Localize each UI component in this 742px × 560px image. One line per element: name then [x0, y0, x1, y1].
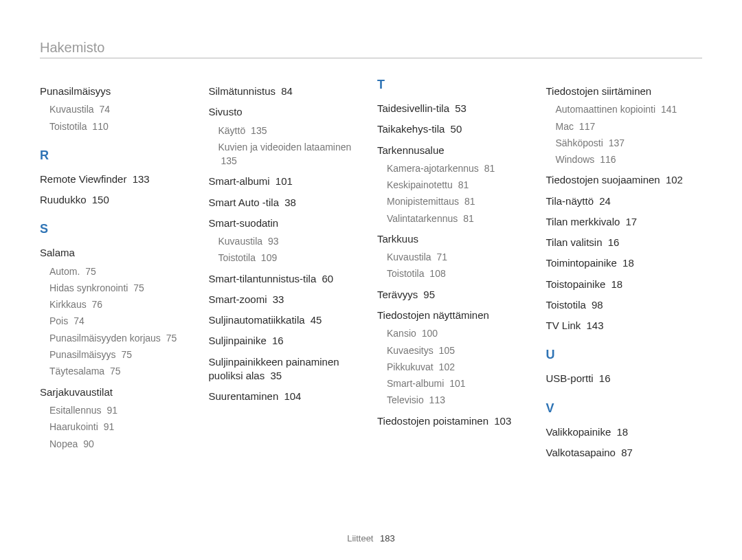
subentry-page: 81 [458, 179, 469, 190]
index-entry: Toistopainike 18 [546, 278, 703, 291]
entry-page: 18 [622, 257, 634, 269]
index-subentry: Täytesalama 75 [49, 364, 196, 378]
entry-page: 60 [322, 273, 333, 284]
subentry-text: Keskipainotettu [387, 179, 453, 190]
subentry-page: 90 [83, 438, 94, 449]
entry-text: Tiedostojen suojaaminen [546, 174, 660, 186]
subentry-text: Käyttö [218, 125, 246, 136]
subentry-page: 105 [439, 345, 455, 356]
entry-page: 102 [666, 174, 683, 186]
subentry-page: 110 [92, 121, 108, 132]
index-subentry: Punasilmäisyyden korjaus 75 [49, 331, 196, 345]
footer-page: 183 [380, 533, 395, 544]
subentry-text: Toistotila [218, 252, 256, 263]
index-column: PunasilmäisyysKuvaustila 74Toistotila 11… [40, 78, 196, 464]
subentry-page: 93 [268, 236, 279, 247]
subentry-page: 81 [484, 163, 495, 174]
subentry-text: Pois [49, 315, 68, 326]
index-letter: R [40, 148, 196, 163]
footer-label: Liitteet [347, 533, 373, 544]
index-entry: Sarjakuvaustilat [40, 385, 196, 399]
index-letter: U [546, 348, 703, 362]
index-entry: Taidesivellin-tila 53 [377, 102, 534, 115]
index-column: Silmätunnistus 84SivustoKäyttö 135Kuvien… [209, 78, 366, 464]
subentry-text: Smart-albumi [387, 378, 444, 389]
entry-text: Tilan merkkivalo [546, 216, 620, 227]
subentry-text: Esitallennus [49, 405, 102, 416]
subentry-text: Kirkkaus [49, 299, 87, 310]
index-subentry: Televisio 113 [387, 393, 534, 407]
entry-page: 17 [625, 216, 637, 227]
subentry-page: 81 [463, 213, 474, 224]
index-entry: Toimintopainike 18 [546, 256, 703, 270]
index-entry: Remote Viewfinder 133 [40, 172, 196, 186]
subentry-text: Toistotila [49, 121, 87, 132]
index-entry: Sivusto [209, 105, 366, 119]
index-entry: Punasilmäisyys [40, 85, 196, 98]
entry-text: Toimintopainike [546, 257, 617, 269]
entry-text: Smart-tilantunnistus-tila [209, 273, 317, 284]
subentry-text: Haarukointi [49, 421, 98, 432]
subentry-page: 76 [92, 299, 103, 310]
entry-page: 98 [592, 299, 603, 311]
entry-text: Suljinautomatiikkatila [209, 314, 305, 326]
index-subentry: Pikkukuvat 102 [387, 360, 534, 374]
subentry-text: Kamera-ajotarkennus [387, 163, 479, 174]
index-subentry: Keskipainotettu 81 [387, 178, 534, 192]
subentry-page: 113 [429, 394, 445, 405]
entry-text: Smart-suodatin [209, 217, 279, 229]
entry-page: 33 [273, 293, 284, 305]
subentry-page: 75 [166, 333, 177, 344]
entry-text: Terävyys [377, 289, 418, 300]
index-entry: Tiedostojen suojaaminen 102 [546, 173, 703, 187]
entry-page: 150 [92, 194, 109, 205]
entry-page: 133 [133, 173, 150, 185]
subentry-page: 71 [436, 251, 447, 262]
index-entry: Suljinautomatiikkatila 45 [209, 313, 366, 327]
entry-text: Tarkkuus [377, 233, 418, 245]
subentry-text: Televisio [387, 394, 424, 405]
entry-text: Ruudukko [40, 194, 87, 205]
index-subentry: Autom. 75 [49, 265, 196, 278]
entry-text: Suurentaminen [209, 390, 279, 402]
index-subentry: Nopea 90 [49, 437, 196, 451]
entry-page: 16 [608, 236, 620, 248]
index-subentry: Automaattinen kopiointi 141 [556, 102, 703, 116]
subentry-page: 100 [422, 328, 438, 339]
index-subentry: Monipistemittaus 81 [387, 194, 534, 208]
subentry-text: Hidas synkronointi [49, 282, 128, 293]
subentry-page: 135 [221, 155, 237, 166]
subentry-page: 117 [579, 121, 595, 132]
entry-text: Tarkennusalue [377, 144, 445, 156]
entry-text: Toistopainike [546, 278, 606, 290]
entry-text: Suljinpainike [209, 335, 267, 346]
index-subentry: Kuvaustila 71 [387, 250, 534, 264]
subentry-text: Monipistemittaus [387, 196, 459, 207]
index-letter: S [40, 222, 196, 236]
subentry-page: 108 [429, 268, 445, 279]
index-subentry: Kansio 100 [387, 326, 534, 340]
entry-text: Tilan valitsin [546, 236, 603, 248]
subentry-text: Valintatarkennus [387, 213, 458, 224]
index-entry: Valikkopainike 18 [546, 425, 703, 439]
entry-page: 87 [621, 447, 633, 458]
subentry-text: Kuvaustila [49, 104, 94, 115]
subentry-page: 91 [104, 421, 115, 432]
entry-text: Toistotila [546, 299, 586, 311]
index-letter: T [377, 78, 534, 92]
subentry-text: Punasilmäisyyden korjaus [49, 333, 161, 344]
index-letter: V [546, 401, 703, 416]
index-entry: Taikakehys-tila 50 [377, 122, 534, 136]
index-entry: Ruudukko 150 [40, 193, 196, 207]
subentry-page: 81 [464, 196, 475, 207]
entry-page: 104 [284, 390, 301, 402]
subentry-page: 135 [251, 125, 267, 136]
entry-page: 16 [599, 372, 611, 384]
entry-text: Sarjakuvaustilat [40, 386, 113, 398]
index-entry: Tarkkuus [377, 232, 534, 246]
entry-text: Taikakehys-tila [377, 123, 445, 135]
index-entry: Tilan valitsin 16 [546, 236, 703, 249]
index-subentry: Toistotila 109 [218, 251, 366, 265]
page-title: Hakemisto [40, 40, 702, 56]
entry-page: 50 [451, 123, 462, 135]
